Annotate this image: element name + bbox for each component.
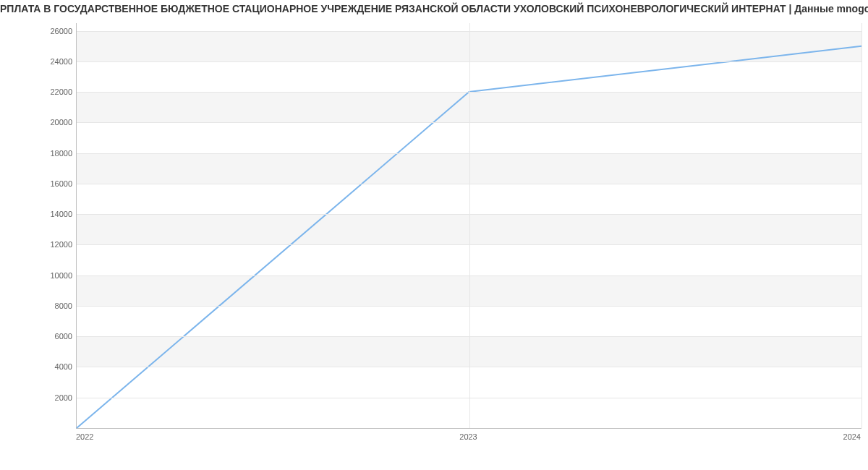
chart-plot: 2000400060008000100001200014000160001800… [0, 16, 868, 454]
y-tick-label: 10000 [29, 271, 72, 280]
y-tick-label: 12000 [29, 240, 72, 249]
y-tick-label: 18000 [29, 149, 72, 158]
x-tick-label: 2023 [459, 432, 477, 441]
y-tick-label: 26000 [29, 27, 72, 35]
y-tick-label: 24000 [29, 57, 72, 66]
y-tick-label: 14000 [29, 210, 72, 218]
x-tick-label: 2024 [843, 432, 861, 441]
plot-area [76, 23, 861, 429]
x-tick-label: 2022 [76, 432, 93, 441]
chart-title: РПЛАТА В ГОСУДАРСТВЕННОЕ БЮДЖЕТНОЕ СТАЦИ… [0, 0, 868, 14]
x-grid-line [469, 23, 470, 428]
y-tick-label: 22000 [29, 87, 72, 96]
y-tick-label: 4000 [29, 362, 72, 371]
x-grid-line [861, 23, 862, 428]
y-tick-label: 6000 [29, 332, 72, 341]
y-tick-label: 2000 [29, 393, 72, 402]
y-tick-label: 20000 [29, 118, 72, 127]
y-tick-label: 16000 [29, 179, 72, 188]
y-tick-label: 8000 [29, 302, 72, 310]
